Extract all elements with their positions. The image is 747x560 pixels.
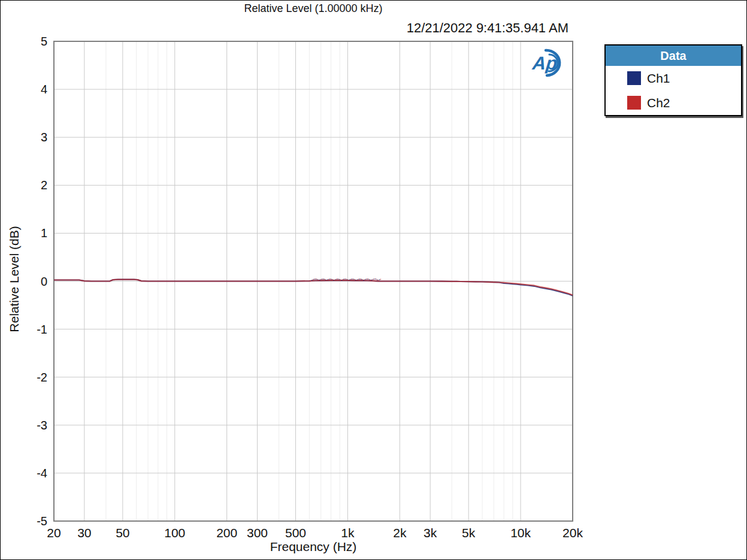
measurement-dot: [362, 279, 364, 280]
measurement-dot: [337, 279, 338, 280]
measurement-dot: [344, 279, 346, 280]
measurement-dot: [342, 279, 343, 280]
measurement-dot: [371, 280, 373, 281]
measurement-dot: [360, 279, 361, 280]
measurement-dot: [331, 279, 332, 280]
measurement-dot: [340, 280, 341, 281]
measurement-dot: [374, 279, 376, 280]
y-tick-label: -3: [19, 417, 47, 434]
y-tick-label: -4: [19, 465, 47, 482]
measurement-dot: [336, 279, 337, 280]
measurement-dot: [346, 279, 347, 280]
measurement-dot: [368, 279, 370, 280]
measurement-dot: [375, 279, 376, 280]
measurement-dot: [348, 280, 349, 281]
measurement-dot: [367, 279, 368, 280]
y-tick-label: -5: [19, 513, 47, 529]
measurement-dot: [354, 279, 355, 280]
measurement-dot: [347, 279, 349, 280]
x-tick-label: 50: [116, 526, 129, 540]
measurement-dot: [314, 279, 316, 280]
y-tick-label: 1: [19, 225, 47, 241]
measurement-dot: [330, 279, 331, 280]
measurement-dot: [324, 279, 325, 280]
legend-header: Data: [606, 46, 741, 66]
measurement-dot: [322, 279, 323, 280]
x-tick-label: 5k: [462, 526, 475, 540]
x-tick-label: 3k: [424, 526, 437, 540]
x-tick-label: 20k: [562, 526, 583, 540]
y-tick-label: 5: [19, 33, 47, 50]
x-axis-title: Frequency (Hz): [270, 540, 357, 554]
measurement-dot: [334, 280, 335, 281]
measurement-dot: [356, 280, 358, 281]
measurement-dot: [321, 279, 322, 280]
measurement-dot: [329, 279, 331, 280]
ch2-color-swatch: [627, 96, 641, 110]
measurement-dot: [318, 280, 319, 281]
x-tick-label: 30: [77, 526, 91, 540]
x-tick-label: 20: [47, 526, 61, 540]
measurement-dot: [312, 279, 313, 280]
y-tick-label: -2: [19, 369, 47, 386]
measurement-dot: [376, 279, 377, 280]
timestamp: 12/21/2022 9:41:35.941 AM: [407, 20, 568, 36]
measurement-dot: [379, 279, 380, 280]
legend-entry-ch2[interactable]: Ch2: [606, 90, 741, 115]
chart-title: Relative Level (1.00000 kHz): [244, 2, 382, 15]
legend-entry-ch1-label: Ch1: [647, 71, 670, 86]
measurement-dot: [355, 280, 356, 281]
measurement-dot: [365, 279, 367, 280]
x-tick-label: 300: [247, 526, 268, 540]
measurement-dot: [373, 279, 374, 280]
measurement-dot: [341, 280, 343, 281]
measurement-dot: [315, 279, 316, 280]
measurement-dot: [357, 279, 358, 280]
measurement-dot: [369, 279, 370, 280]
x-tick-label: 200: [216, 526, 237, 540]
measurement-dot: [328, 279, 329, 280]
measurement-dot: [351, 279, 352, 280]
measurement-dot: [353, 279, 355, 280]
measurement-dot: [361, 279, 362, 280]
ch1-color-swatch: [627, 71, 641, 85]
legend-entry-ch2-label: Ch2: [647, 96, 670, 110]
measurement-dot: [352, 279, 353, 280]
measurement-dot: [372, 279, 373, 280]
y-tick-label: 0: [19, 273, 47, 290]
measurement-dot: [333, 280, 334, 281]
x-tick-label: 10k: [510, 526, 531, 540]
y-tick-label: 4: [19, 81, 47, 98]
legend-panel: Data Ch1 Ch2: [604, 44, 742, 116]
measurement-dot: [338, 279, 340, 280]
measurement-dot: [343, 279, 344, 280]
ap-logo: Ap: [530, 47, 568, 80]
measurement-dot: [350, 279, 352, 280]
measurement-dot: [370, 280, 371, 281]
x-tick-label: 2k: [393, 526, 406, 540]
measurement-dot: [363, 280, 364, 281]
measurement-dot: [320, 279, 322, 280]
measurement-dot: [326, 280, 328, 281]
measurement-dot: [317, 279, 319, 280]
measurement-dot: [359, 279, 361, 280]
measurement-dot: [339, 279, 340, 280]
measurement-dot: [349, 279, 350, 280]
measurement-dot: [345, 279, 346, 280]
legend-entry-ch1[interactable]: Ch1: [606, 66, 741, 90]
graph-panel: Relative Level (1.00000 kHz) 12/21/2022 …: [0, 0, 747, 560]
y-tick-label: 2: [19, 177, 47, 193]
measurement-dot: [311, 280, 313, 281]
measurement-dot: [335, 279, 337, 280]
trace-ch2: [54, 280, 573, 295]
plot-area[interactable]: [53, 41, 573, 522]
measurement-dot: [325, 279, 326, 280]
measurement-dot: [327, 279, 328, 280]
measurement-dot: [358, 279, 359, 280]
measurement-dot: [377, 279, 379, 280]
x-tick-label: 500: [285, 526, 306, 540]
measurement-dot: [323, 279, 325, 280]
measurement-dot: [364, 279, 365, 280]
measurement-dot: [378, 280, 379, 281]
measurement-dot: [380, 279, 382, 280]
